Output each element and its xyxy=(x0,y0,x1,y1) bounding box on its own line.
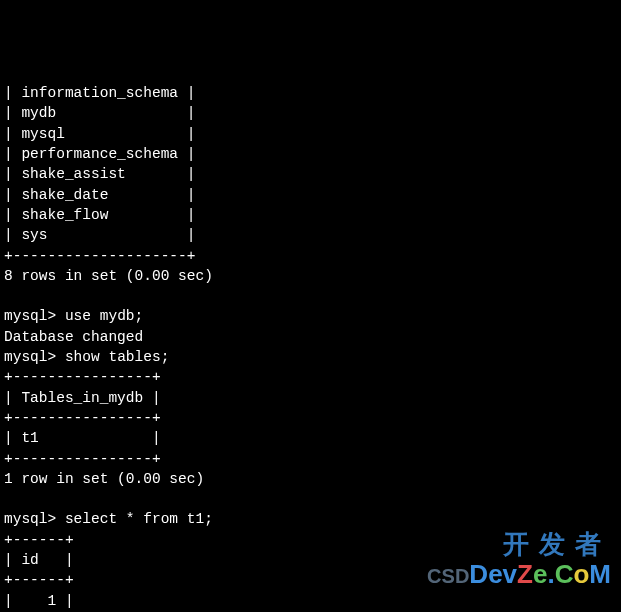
prompt-line[interactable]: mysql> use mydb; xyxy=(4,306,617,326)
db-row: | mysql | xyxy=(4,124,617,144)
table-border: +--------------------+ xyxy=(4,246,617,266)
prompt-line[interactable]: mysql> show tables; xyxy=(4,347,617,367)
table-row: | 1 | xyxy=(4,591,617,611)
table-border: +----------------+ xyxy=(4,367,617,387)
db-row: | shake_date | xyxy=(4,185,617,205)
command-use: use mydb; xyxy=(65,308,143,324)
command-show-tables: show tables; xyxy=(65,349,169,365)
result-footer: 8 rows in set (0.00 sec) xyxy=(4,266,617,286)
table-border: +----------------+ xyxy=(4,408,617,428)
db-row: | mydb | xyxy=(4,103,617,123)
db-row: | information_schema | xyxy=(4,83,617,103)
watermark-en: CSDDevZe.CoM xyxy=(427,556,611,592)
table-row: | t1 | xyxy=(4,428,617,448)
db-row: | sys | xyxy=(4,225,617,245)
db-row: | performance_schema | xyxy=(4,144,617,164)
use-response: Database changed xyxy=(4,327,617,347)
table-header: | Tables_in_mydb | xyxy=(4,388,617,408)
table-border: +----------------+ xyxy=(4,449,617,469)
result-footer: 1 row in set (0.00 sec) xyxy=(4,469,617,489)
db-row: | shake_assist | xyxy=(4,164,617,184)
command-select: select * from t1; xyxy=(65,511,213,527)
db-row: | shake_flow | xyxy=(4,205,617,225)
